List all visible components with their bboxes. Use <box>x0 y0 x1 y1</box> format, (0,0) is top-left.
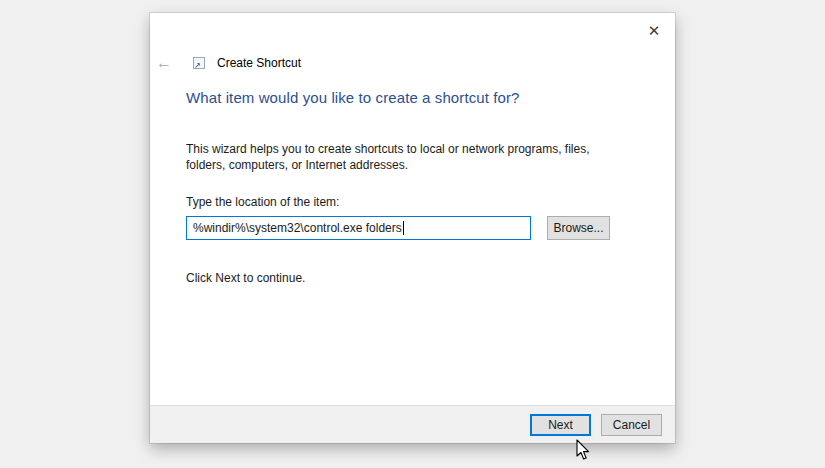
create-shortcut-dialog: ✕ ← ↗ Create Shortcut What item would yo… <box>150 13 675 443</box>
next-button[interactable]: Next <box>530 414 591 436</box>
next-hint-text: Click Next to continue. <box>186 271 305 285</box>
back-button[interactable]: ← <box>156 53 180 73</box>
location-input[interactable]: %windir%\system32\control.exe folders <box>186 216 531 240</box>
shortcut-arrow-icon: ↗ <box>194 62 201 70</box>
close-button[interactable]: ✕ <box>633 13 675 47</box>
window-title: Create Shortcut <box>217 56 301 70</box>
wizard-description: This wizard helps you to create shortcut… <box>186 141 626 173</box>
text-caret <box>403 221 404 235</box>
location-input-value: %windir%\system32\control.exe folders <box>193 221 402 235</box>
browse-button[interactable]: Browse... <box>547 216 610 240</box>
desktop-background: { "window": { "title": "Create Shortcut"… <box>0 0 825 468</box>
cancel-button[interactable]: Cancel <box>601 414 662 436</box>
page-title: What item would you like to create a sho… <box>186 89 519 106</box>
shortcut-icon: ↗ <box>193 57 205 69</box>
close-icon: ✕ <box>648 23 661 38</box>
location-field-label: Type the location of the item: <box>186 195 339 209</box>
title-bar: ← ↗ Create Shortcut <box>156 53 301 73</box>
back-arrow-icon: ← <box>156 54 172 71</box>
dialog-footer: Next Cancel <box>150 405 675 443</box>
